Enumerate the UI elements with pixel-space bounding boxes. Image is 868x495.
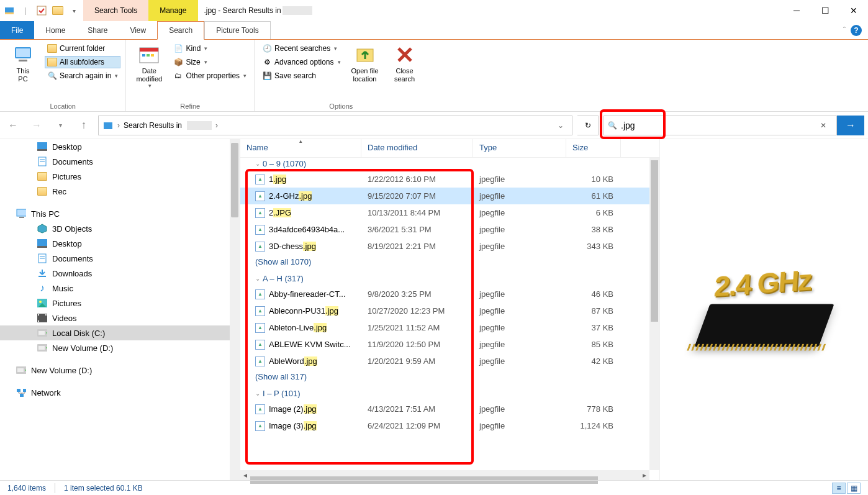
search-icon: 🔍 bbox=[608, 121, 617, 130]
tree-item[interactable]: Network bbox=[0, 385, 231, 400]
group-header[interactable]: ⌄A – H (317) bbox=[240, 271, 649, 286]
tree-item[interactable]: Pictures bbox=[0, 169, 231, 184]
file-row[interactable]: ▲3d4afdce64934b4a...3/6/2021 5:31 PMjpeg… bbox=[240, 221, 649, 238]
show-all-link[interactable]: (Show all 317) bbox=[240, 370, 649, 386]
other-properties-option[interactable]: 🗂Other properties▾ bbox=[171, 70, 249, 82]
col-type[interactable]: Type bbox=[473, 139, 566, 157]
size-option[interactable]: 📦Size▾ bbox=[171, 56, 249, 68]
search-again-option[interactable]: 🔍Search again in▾ bbox=[45, 70, 120, 82]
advanced-options[interactable]: ⚙Advanced options▾ bbox=[260, 56, 343, 68]
tree-item[interactable]: Local Disk (C:) bbox=[0, 325, 231, 340]
file-row[interactable]: ▲2.4-GHz.jpg9/15/2020 7:07 PMjpegfile61 … bbox=[240, 188, 649, 204]
file-row[interactable]: ▲Ableconn-PU31.jpg10/27/2020 12:23 PMjpe… bbox=[240, 302, 649, 319]
title-redacted bbox=[283, 6, 312, 15]
new-folder-icon[interactable] bbox=[51, 4, 65, 17]
address-bar[interactable]: › Search Results in › ⌄ bbox=[98, 116, 572, 135]
qat-dropdown-icon[interactable]: ▾ bbox=[67, 4, 81, 17]
help-icon[interactable]: ? bbox=[851, 25, 862, 36]
view-tab[interactable]: View bbox=[119, 21, 157, 39]
file-tab[interactable]: File bbox=[0, 21, 34, 39]
search-tab[interactable]: Search bbox=[157, 21, 204, 40]
tree-item[interactable]: Documents bbox=[0, 251, 231, 266]
close-search-button[interactable]: Close search bbox=[387, 42, 423, 101]
file-row[interactable]: ▲ABLEWE KVM Switc...11/9/2020 12:50 PMjp… bbox=[240, 336, 649, 353]
date-modified-button[interactable]: Date modified▾ bbox=[131, 42, 167, 101]
file-row[interactable]: ▲3D-chess.jpg8/19/2021 2:21 PMjpegfile34… bbox=[240, 238, 649, 255]
back-button[interactable]: ← bbox=[4, 116, 22, 135]
group-header[interactable]: ⌄0 – 9 (1070) bbox=[240, 158, 649, 171]
breadcrumb-label[interactable]: Search Results in bbox=[124, 121, 182, 130]
search-input[interactable] bbox=[621, 120, 810, 130]
details-view-icon[interactable]: ≡ bbox=[832, 483, 846, 494]
desktop-icon bbox=[37, 142, 47, 152]
save-search-option[interactable]: 💾Save search bbox=[260, 70, 343, 82]
file-row[interactable]: ▲Image (2).jpg4/13/2021 7:51 AMjpegfile7… bbox=[240, 401, 649, 417]
close-icon bbox=[394, 43, 416, 66]
date-modified-label: Date modified bbox=[137, 67, 163, 83]
this-pc-button[interactable]: This PC bbox=[5, 42, 41, 101]
tree-scrollbar[interactable] bbox=[230, 139, 240, 480]
col-name[interactable]: ▴Name bbox=[240, 139, 361, 157]
tree-item[interactable]: 3D Objects bbox=[0, 221, 231, 236]
search-box[interactable]: 🔍 ✕ bbox=[604, 116, 837, 135]
address-dropdown-icon[interactable]: ⌄ bbox=[553, 121, 568, 130]
col-date[interactable]: Date modified bbox=[361, 139, 473, 157]
collapse-ribbon-icon[interactable]: ˆ bbox=[843, 26, 846, 35]
close-button[interactable]: ✕ bbox=[839, 0, 868, 21]
tree-item[interactable]: Desktop bbox=[0, 236, 231, 251]
file-hscrollbar[interactable]: ◂▸ bbox=[240, 470, 649, 480]
tree-item[interactable]: New Volume (D:) bbox=[0, 363, 231, 378]
search-go-button[interactable]: → bbox=[837, 116, 864, 135]
file-row[interactable]: ▲Abby-finereader-CT...9/8/2020 3:25 PMjp… bbox=[240, 286, 649, 302]
forward-button[interactable]: → bbox=[27, 116, 46, 135]
group-header[interactable]: ⌄I – P (101) bbox=[240, 386, 649, 401]
tree-item[interactable]: Videos bbox=[0, 311, 231, 325]
clear-search-button[interactable]: ✕ bbox=[814, 121, 833, 130]
home-tab[interactable]: Home bbox=[34, 21, 76, 39]
file-row[interactable]: ▲Image (3).jpg6/24/2021 12:09 PMjpegfile… bbox=[240, 417, 649, 434]
file-row[interactable]: ▲2.JPG10/13/2011 8:44 PMjpegfile6 KB bbox=[240, 204, 649, 221]
kind-option[interactable]: 📄Kind▾ bbox=[171, 42, 249, 55]
all-subfolders-option[interactable]: All subfolders bbox=[45, 56, 120, 68]
up-button[interactable]: ↑ bbox=[75, 116, 93, 135]
recent-searches-option[interactable]: 🕘Recent searches▾ bbox=[260, 42, 343, 55]
show-all-link[interactable]: (Show all 1070) bbox=[240, 255, 649, 271]
file-row[interactable]: ▲1.jpg1/22/2012 6:10 PMjpegfile10 KB bbox=[240, 171, 649, 188]
video-icon bbox=[37, 313, 47, 323]
tree-item[interactable]: ♪Music bbox=[0, 281, 231, 296]
current-folder-option[interactable]: Current folder bbox=[45, 42, 120, 55]
picture-tools-tab[interactable]: Picture Tools bbox=[204, 21, 270, 39]
file-vscrollbar[interactable] bbox=[649, 158, 659, 470]
recent-locations-button[interactable]: ▾ bbox=[51, 116, 70, 135]
properties-icon: 🗂 bbox=[173, 71, 183, 81]
col-size[interactable]: Size bbox=[566, 139, 621, 157]
svg-rect-14 bbox=[37, 149, 47, 151]
file-row[interactable]: ▲AbleWord.jpg1/20/2021 9:59 AMjpegfile42… bbox=[240, 353, 649, 370]
minimize-button[interactable]: ─ bbox=[782, 0, 811, 21]
file-icon: ▲ bbox=[255, 225, 265, 235]
navigation-pane[interactable]: DesktopDocumentsPicturesRecThis PC3D Obj… bbox=[0, 139, 240, 480]
manage-tab[interactable]: Manage bbox=[148, 0, 197, 21]
tree-item[interactable]: Documents bbox=[0, 154, 231, 169]
tree-item[interactable]: Pictures bbox=[0, 296, 231, 311]
search-tools-tab[interactable]: Search Tools bbox=[83, 0, 148, 21]
search-results-icon bbox=[102, 120, 114, 131]
svg-rect-18 bbox=[17, 209, 26, 216]
tree-item[interactable]: Rec bbox=[0, 184, 231, 199]
pc-icon bbox=[16, 209, 26, 219]
share-tab[interactable]: Share bbox=[76, 21, 119, 39]
svg-rect-2 bbox=[37, 6, 46, 15]
file-icon: ▲ bbox=[255, 289, 265, 299]
ribbon-tabs: File Home Share View Search Picture Tool… bbox=[0, 21, 868, 40]
tree-item[interactable]: Downloads bbox=[0, 266, 231, 281]
tree-item[interactable]: Desktop bbox=[0, 139, 231, 154]
open-location-button[interactable]: Open file location bbox=[347, 42, 383, 101]
refresh-button[interactable]: ↻ bbox=[577, 116, 599, 135]
tree-item[interactable]: New Volume (D:) bbox=[0, 340, 231, 355]
file-row[interactable]: ▲Ableton-Live.jpg1/25/2021 11:52 AMjpegf… bbox=[240, 319, 649, 336]
maximize-button[interactable]: ☐ bbox=[811, 0, 839, 21]
properties-icon[interactable] bbox=[35, 4, 48, 17]
file-icon: ▲ bbox=[255, 356, 265, 366]
thumbnails-view-icon[interactable]: ▦ bbox=[847, 483, 861, 494]
tree-item[interactable]: This PC bbox=[0, 206, 231, 221]
